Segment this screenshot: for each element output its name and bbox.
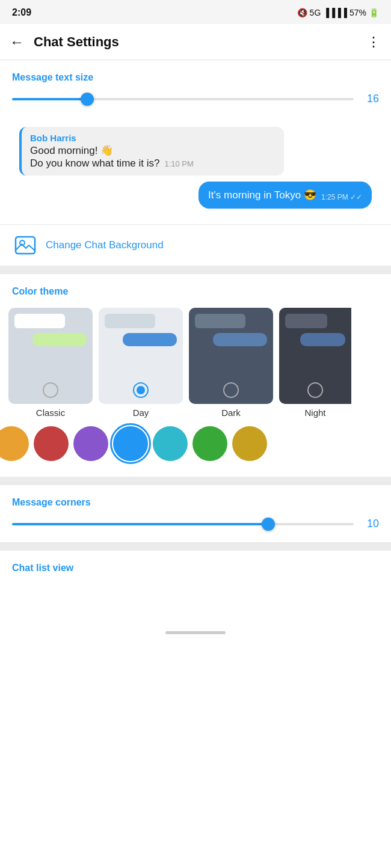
outgoing-message: It's morning in Tokyo 😎 1:25 PM ✓✓ (199, 182, 372, 209)
text-size-thumb[interactable] (81, 93, 94, 106)
chat-list-section: Chat list view (0, 551, 391, 626)
sender-name: Bob Harris (30, 133, 276, 143)
page-title: Chat Settings (34, 34, 367, 50)
bottom-bar (165, 631, 226, 634)
dark-radio[interactable] (223, 382, 239, 398)
color-theme-section: Color theme Classic Day (0, 274, 391, 477)
mute-icon: 🔇 (297, 8, 307, 17)
check-icon: ✓✓ (350, 193, 362, 201)
day-radio[interactable] (133, 382, 149, 398)
background-label: Change Chat Background (46, 239, 164, 251)
status-icons: 🔇 5G ▐▐▐▐ 57% 🔋 (297, 8, 379, 17)
text-size-track[interactable] (12, 98, 354, 100)
outgoing-time: 1:25 PM (321, 193, 348, 201)
incoming-time: 1:10 PM (164, 159, 193, 168)
theme-classic[interactable]: Classic (8, 308, 93, 418)
battery-icon: 🔋 (369, 8, 379, 17)
night-radio[interactable] (307, 382, 323, 398)
color-circle-orange[interactable] (0, 426, 29, 461)
battery-label: 57% (349, 8, 366, 17)
theme-cards: Classic Day Dark (0, 302, 391, 421)
classic-theme-name: Classic (8, 408, 93, 418)
corners-track[interactable] (12, 523, 354, 525)
text-size-slider-row: 16 (0, 88, 391, 117)
night-theme-name: Night (279, 408, 351, 418)
text-size-fill (12, 98, 87, 100)
background-icon (14, 234, 36, 256)
section-divider-3 (0, 542, 391, 551)
color-circle-purple[interactable] (73, 426, 108, 461)
section-divider-2 (0, 477, 391, 485)
outgoing-text: It's morning in Tokyo 😎 (208, 189, 316, 201)
corners-value: 10 (361, 518, 379, 530)
change-background-row[interactable]: Change Chat Background (0, 224, 391, 266)
section-divider-1 (0, 266, 391, 274)
dark-theme-name: Dark (189, 408, 273, 418)
back-button[interactable]: ← (10, 34, 24, 50)
chat-preview: Bob Harris Good morning! 👋 Do you know w… (10, 117, 381, 218)
corners-thumb[interactable] (262, 518, 275, 531)
color-circle-red[interactable] (34, 426, 69, 461)
theme-night[interactable]: Night (279, 308, 351, 418)
color-circle-green[interactable] (192, 426, 227, 461)
color-circle-blue[interactable] (113, 426, 148, 461)
corners-fill (12, 523, 268, 525)
color-circles-row (0, 421, 391, 471)
status-bar: 2:09 🔇 5G ▐▐▐▐ 57% 🔋 (0, 0, 391, 24)
message-corners-section: Message corners 10 (0, 485, 391, 542)
bottom-indicator (0, 626, 391, 639)
status-time: 2:09 (12, 7, 31, 18)
theme-dark[interactable]: Dark (189, 308, 273, 418)
top-nav: ← Chat Settings ⋮ (0, 24, 391, 60)
corners-slider-row: 10 (0, 513, 391, 542)
theme-day[interactable]: Day (99, 308, 183, 418)
incoming-message: Bob Harris Good morning! 👋 Do you know w… (19, 127, 284, 176)
color-circle-yellow[interactable] (232, 426, 267, 461)
day-theme-name: Day (99, 408, 183, 418)
more-button[interactable]: ⋮ (367, 34, 381, 50)
text-size-label: Message text size (0, 60, 391, 88)
network-label: 5G (310, 8, 321, 17)
classic-radio[interactable] (43, 382, 58, 398)
svg-rect-0 (16, 237, 35, 254)
corners-label: Message corners (0, 485, 391, 513)
incoming-text-line2: Do you know what time it is? 1:10 PM (30, 157, 276, 170)
text-size-value: 16 (361, 93, 379, 105)
outgoing-meta: 1:25 PM ✓✓ (321, 193, 362, 201)
color-circle-teal[interactable] (153, 426, 188, 461)
chat-list-label: Chat list view (0, 551, 391, 578)
outgoing-wrap: It's morning in Tokyo 😎 1:25 PM ✓✓ (19, 182, 372, 209)
color-theme-label: Color theme (0, 274, 391, 302)
incoming-text-line1: Good morning! 👋 (30, 144, 276, 157)
signal-icon: ▐▐▐▐ (323, 8, 347, 17)
